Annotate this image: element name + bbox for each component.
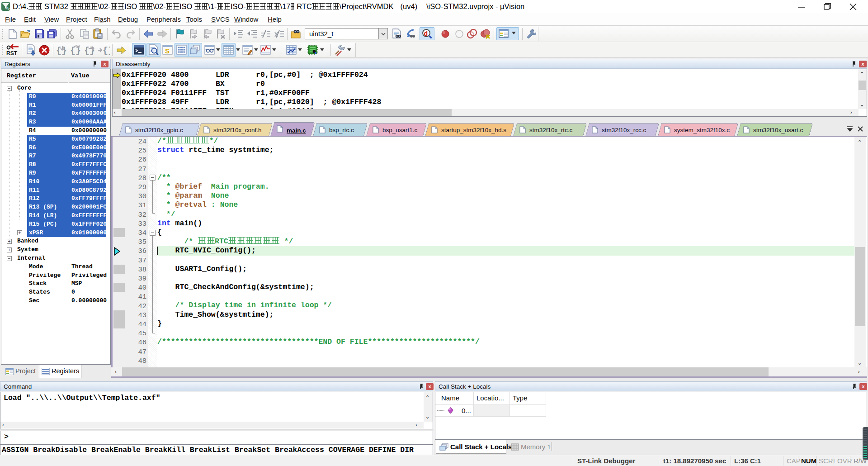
svg-text:5: 5 <box>7 6 9 10</box>
svg-text:S: S <box>165 47 170 55</box>
svg-text:d: d <box>424 30 428 38</box>
svg-text:RST: RST <box>6 50 18 57</box>
svg-text:{}: {} <box>103 46 110 56</box>
svg-text:{}: {} <box>56 46 67 56</box>
